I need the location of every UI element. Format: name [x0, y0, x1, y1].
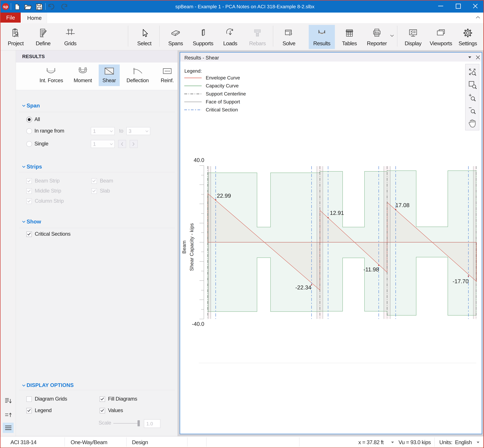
svg-text:Beam: Beam [181, 240, 187, 254]
svg-text:-11.98: -11.98 [364, 266, 379, 272]
svg-text:Critical Section: Critical Section [206, 107, 238, 112]
svg-text:-17.70: -17.70 [452, 278, 469, 284]
svg-text:Legend:: Legend: [184, 68, 202, 74]
svg-text:17.08: 17.08 [395, 202, 410, 208]
svg-text:-22.34: -22.34 [295, 284, 311, 290]
svg-text:Capacity Curve: Capacity Curve [206, 83, 238, 88]
svg-text:Envelope Curve: Envelope Curve [206, 75, 240, 80]
svg-text:Support Centerline: Support Centerline [206, 91, 246, 96]
svg-text:12.91: 12.91 [330, 210, 344, 216]
svg-text:Face of Support: Face of Support [206, 99, 240, 104]
svg-text:22.99: 22.99 [217, 192, 231, 199]
svg-text:40.0: 40.0 [194, 157, 204, 163]
svg-text:-40.0: -40.0 [192, 321, 204, 327]
svg-text:Shear Capacity - kips: Shear Capacity - kips [189, 223, 194, 271]
